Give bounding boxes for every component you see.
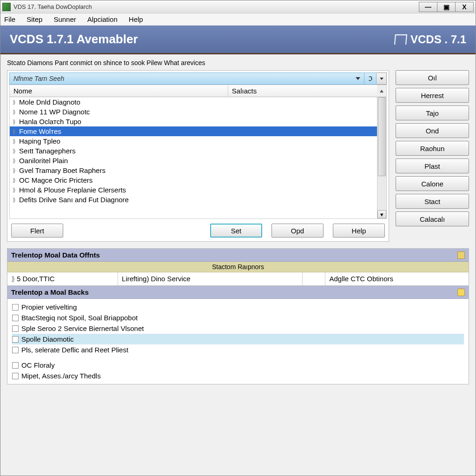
list-item-label: Seıtt Tanageрhers (19, 147, 75, 155)
list-panel: Nfnme Tarn Seeh ℑ Nome Salıacts ⟫Mole Dn… (7, 70, 389, 242)
panel1-cell-2 (303, 272, 326, 285)
checkbox-row[interactable]: Pls, selerate Deflic and Reet Pliest (12, 344, 464, 355)
column-header-name[interactable]: Nome (10, 85, 228, 97)
flert-button[interactable]: Flert (11, 224, 63, 238)
help-button[interactable]: Help (333, 224, 385, 238)
checkbox[interactable] (12, 336, 19, 343)
panel2-header: Trelentop a Moal Backs (7, 286, 469, 299)
brand-text: VCDS . 7.1 (410, 33, 466, 46)
list-item[interactable]: ⟫Hmol & Plouse Freplanie Clerserts (10, 185, 377, 195)
item-marker-icon: ⟫ (13, 197, 18, 203)
checkbox-label: Spolle Diaomotic (21, 335, 74, 343)
list-item[interactable]: ⟫OC Magсe Oric Priсters (10, 175, 377, 185)
list-item[interactable]: ⟫Mole Dnld Diagnoto (10, 97, 377, 107)
checkbox-label: Mipet, Asses./arcy Thedls (21, 372, 101, 380)
list-item[interactable]: ⟫Gvel Tramary Boet Raphers (10, 165, 377, 175)
side-button[interactable]: Calaсalı (396, 212, 469, 226)
list-button-row: Flert Set Opd Help (9, 224, 387, 239)
panel2-title: Trelentop a Moal Backs (11, 288, 89, 296)
list-item[interactable]: ⟫Oaniloritel Plain (10, 156, 377, 165)
list-item[interactable]: ⟫Haping Tpleo (10, 136, 377, 146)
side-button[interactable]: Plast (396, 159, 469, 173)
side-button[interactable]: Calone (396, 176, 469, 191)
checkbox-label: Propier vetivelting (21, 303, 77, 311)
dropdown-side-button[interactable] (377, 73, 387, 85)
window-title: VDS 17. Taeha DowDoplarch (13, 3, 419, 10)
panel2-body: Propier vetiveltingBtacStegiq not Spoil,… (7, 299, 469, 384)
item-marker-icon: ⟫ (13, 187, 18, 193)
checkbox-label: Sple Seroo 2 Service Biernertal Vlsonet (21, 324, 144, 332)
menu-sitep[interactable]: Sitep (26, 15, 42, 23)
menu-alpciation[interactable]: Alpciation (87, 15, 118, 23)
header-brand: VCDS . 7.1 (395, 33, 466, 46)
menu-sunner[interactable]: Sunner (53, 15, 76, 23)
list-item-label: Haping Tpleo (19, 137, 60, 145)
checkbox[interactable] (12, 373, 19, 379)
checkbox-row[interactable]: Propier vetivelting (12, 302, 464, 312)
panel1-cell-3: Adglle CTC Obtinors (325, 272, 469, 285)
item-marker-icon: ⟫ (13, 119, 18, 125)
panel1-header-icon[interactable] (457, 251, 465, 259)
list-header: Nome Salıacts (9, 85, 387, 97)
dropdown-aux-button[interactable]: ℑ (364, 73, 377, 85)
list-item-label: Gvel Tramary Boet Raphers (19, 166, 106, 174)
scroll-up-button[interactable] (377, 85, 386, 97)
list-item[interactable]: ⟫Hanla Oclатсh Tupo (10, 117, 377, 126)
list-item-label: Nome 11 WP Diagnotc (19, 108, 90, 116)
list-item[interactable]: ⟫Defits Drilve Sanı and Fut Diagnоre (10, 195, 377, 205)
dropdown-text: Nfnme Tarn Seeh (13, 75, 64, 82)
item-marker-icon: ⟫ (13, 177, 18, 184)
checkbox[interactable] (12, 304, 19, 311)
list-body: ⟫Mole Dnld Diagnoto⟫Nome 11 WP Diagnotc⟫… (9, 97, 387, 219)
scrollbar-track[interactable] (377, 97, 386, 210)
search-dropdown[interactable]: Nfnme Tarn Seeh (9, 73, 364, 85)
set-button[interactable]: Set (210, 224, 262, 238)
side-button-column: OılHerrestTajoOndRaohunPlastCaloneStactC… (396, 70, 469, 226)
dropdown-row: Nfnme Tarn Seeh ℑ (9, 73, 387, 85)
menu-help[interactable]: Help (129, 15, 143, 23)
panel2-header-icon[interactable] (457, 289, 465, 296)
list-item-label: Mole Dnld Diagnoto (19, 98, 80, 106)
side-button[interactable]: Stact (396, 194, 469, 209)
panel1-cell-1: Lirefting) Dino Service (118, 272, 303, 285)
checkbox[interactable] (12, 325, 19, 332)
checkbox-label: BtacStegiq not Spoil, Soal Briappobot (21, 314, 138, 322)
checkbox[interactable] (12, 315, 19, 321)
item-marker-icon: ⟫ (13, 99, 18, 106)
opd-button[interactable]: Opd (271, 224, 324, 238)
scroll-down-button[interactable]: ▾ (377, 210, 386, 218)
checkbox[interactable] (12, 362, 19, 369)
checkbox-row[interactable]: OC Floraly (12, 360, 464, 370)
checkbox-row[interactable]: Sple Seroo 2 Service Biernertal Vlsonet (12, 323, 464, 334)
maximize-button[interactable]: ▣ (437, 2, 456, 12)
panel1-row: ⟫5 Door,TTIC Lirefting) Dino Service Adg… (7, 272, 469, 285)
checkbox-label: Pls, selerate Deflic and Reet Pliest (21, 346, 128, 354)
checkbox-row[interactable]: Spolle Diaomotic (12, 334, 464, 344)
close-button[interactable]: X (455, 2, 474, 12)
checkbox[interactable] (12, 347, 19, 353)
side-button[interactable]: Tajo (396, 106, 469, 120)
header-title: VCDS 1.7.1 Avemabler (10, 32, 138, 46)
app-icon (2, 3, 11, 11)
side-button[interactable]: Herrest (396, 88, 469, 103)
checkbox-label: OC Floraly (21, 361, 55, 369)
moal-backs-panel: Trelentop a Moal Backs Propier vetivelti… (7, 286, 469, 384)
side-button[interactable]: Raohun (396, 141, 469, 156)
chevron-down-icon (356, 77, 360, 80)
list-item-label: Hanla Oclатсh Tupo (19, 118, 81, 126)
list-item[interactable]: ⟫Nome 11 WP Diagnotc (10, 107, 377, 117)
checkbox-row[interactable]: Mipet, Asses./arcy Thedls (12, 370, 464, 381)
side-button[interactable]: Oıl (396, 70, 469, 85)
menubar: File Sitep Sunner Alpciation Help (0, 13, 476, 26)
scrollbar-thumb[interactable] (378, 97, 386, 176)
scrollbar[interactable]: ▾ (377, 97, 386, 218)
list-item[interactable]: ⟫Fome Wolтes (10, 126, 377, 136)
minimize-button[interactable]: — (419, 2, 437, 12)
side-button[interactable]: Ond (396, 123, 469, 138)
checkbox-row[interactable]: BtacStegiq not Spoil, Soal Briappobot (12, 312, 464, 323)
app-header: VCDS 1.7.1 Avemabler VCDS . 7.1 (0, 26, 476, 54)
menu-file[interactable]: File (4, 15, 15, 23)
list-item[interactable]: ⟫Seıtt Tanageрhers (10, 146, 377, 156)
panel1-subheader: Stactom Raıpnors (7, 262, 469, 272)
column-header-saluacts[interactable]: Salıacts (228, 85, 377, 97)
